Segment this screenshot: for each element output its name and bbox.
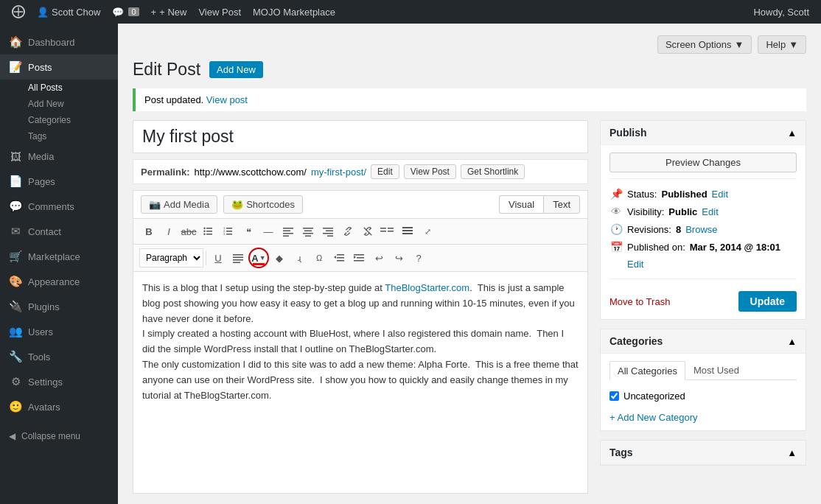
admin-bar-mojo[interactable]: MOJO Marketplace: [247, 0, 341, 24]
align-left-button[interactable]: [279, 222, 298, 241]
sidebar-sub-add-new[interactable]: Add New: [0, 96, 118, 112]
editor-content[interactable]: This is a blog that I setup using the st…: [133, 272, 587, 493]
move-to-trash-link[interactable]: Move to Trash: [609, 296, 670, 307]
toggle-toolbar-button[interactable]: [398, 222, 417, 241]
status-icon: 📌: [609, 188, 623, 200]
admin-bar-view-post[interactable]: View Post: [192, 0, 247, 24]
svg-rect-42: [357, 257, 364, 259]
sidebar-item-posts[interactable]: 📝 Posts: [0, 55, 118, 80]
sidebar-item-plugins[interactable]: 🔌 Plugins: [0, 294, 118, 319]
plugins-icon: 🔌: [9, 300, 22, 313]
horizontal-rule-button[interactable]: —: [259, 222, 278, 241]
sidebar-item-marketplace[interactable]: 🛒 Marketplace: [0, 244, 118, 269]
fullscreen-button[interactable]: ⤢: [418, 222, 437, 241]
shortcodes-button[interactable]: 🐸 Shortcodes: [223, 195, 303, 214]
publish-actions: Move to Trash Update: [609, 285, 797, 312]
insert-link-button[interactable]: [338, 222, 357, 241]
posts-icon: 📝: [9, 60, 22, 74]
undo-button[interactable]: ↩: [369, 248, 388, 267]
preview-changes-button[interactable]: Preview Changes: [609, 153, 797, 172]
revisions-row: 🕐 Revisions: 8 Browse: [609, 220, 797, 238]
update-button[interactable]: Update: [738, 291, 797, 312]
admin-bar-new[interactable]: + + New: [145, 0, 193, 24]
blog-starter-link-1[interactable]: TheBlogStarter.com: [385, 282, 469, 293]
blockquote-button[interactable]: ❝: [239, 222, 258, 241]
view-tabs: Visual Text: [499, 195, 580, 214]
ordered-list-button[interactable]: 1.2.3.: [219, 222, 238, 241]
clear-formatting-button[interactable]: ɻ: [290, 248, 309, 267]
permalink-edit-button[interactable]: Edit: [371, 164, 399, 179]
remove-link-button[interactable]: [358, 222, 377, 241]
tools-icon: 🔧: [9, 350, 22, 363]
svg-rect-28: [388, 228, 394, 229]
editor-column: Permalink: http://www.scottchow.com/my-f…: [133, 120, 588, 494]
sidebar-item-settings[interactable]: ⚙ Settings: [0, 369, 118, 394]
sidebar-item-media[interactable]: 🖼 Media: [0, 144, 118, 169]
revisions-browse-link[interactable]: Browse: [685, 224, 717, 235]
add-media-button[interactable]: 📷 Add Media: [141, 195, 217, 214]
paragraph-select[interactable]: Paragraph: [139, 248, 203, 267]
redo-button[interactable]: ↪: [389, 248, 408, 267]
permalink-slug-link[interactable]: my-first-post/: [311, 167, 366, 178]
sidebar-item-dashboard[interactable]: 🏠 Dashboard: [0, 29, 118, 55]
help-button[interactable]: Help ▼: [758, 35, 806, 54]
categories-metabox-header[interactable]: Categories ▲: [601, 329, 806, 354]
publish-metabox-header[interactable]: Publish ▲: [601, 121, 806, 145]
howdy-user[interactable]: Howdy, Scott: [747, 0, 815, 24]
sidebar-item-avatars[interactable]: 🙂 Avatars: [0, 394, 118, 419]
sidebar-sub-all-posts[interactable]: All Posts: [0, 80, 118, 96]
bold-button[interactable]: B: [139, 222, 158, 241]
unordered-list-button[interactable]: [199, 222, 218, 241]
status-edit-link[interactable]: Edit: [712, 189, 728, 200]
indent-button[interactable]: [349, 248, 368, 267]
sidebar-item-contact[interactable]: ✉ Contact: [0, 219, 118, 244]
get-shortlink-button[interactable]: Get Shortlink: [461, 164, 525, 179]
italic-button[interactable]: I: [159, 222, 178, 241]
categories-title: Categories: [609, 335, 663, 347]
svg-rect-15: [283, 233, 293, 234]
wp-logo[interactable]: [6, 0, 31, 24]
tags-metabox-header[interactable]: Tags ▲: [601, 441, 806, 465]
post-title-input[interactable]: [133, 120, 588, 153]
sidebar-sub-categories[interactable]: Categories: [0, 112, 118, 128]
strikethrough-button[interactable]: abc: [179, 222, 198, 241]
visibility-edit-link[interactable]: Edit: [702, 206, 718, 217]
admin-bar-comments[interactable]: 💬 0: [106, 0, 144, 24]
view-post-link[interactable]: View post: [206, 94, 248, 105]
visual-tab[interactable]: Visual: [499, 195, 543, 214]
add-new-category-link[interactable]: + Add New Category: [609, 412, 797, 423]
visibility-label: Visibility:: [627, 206, 664, 217]
sidebar-sub-tags[interactable]: Tags: [0, 128, 118, 144]
font-color-button[interactable]: A ▼: [248, 248, 269, 268]
all-categories-tab[interactable]: All Categories: [609, 361, 685, 380]
post-notice: Post updated. View post: [133, 88, 806, 111]
category-label-uncategorized: Uncategorized: [623, 391, 685, 402]
most-used-tab[interactable]: Most Used: [685, 361, 747, 379]
align-center-button[interactable]: [298, 222, 318, 241]
justify-button[interactable]: [228, 248, 248, 267]
sidebar-item-comments[interactable]: 💬 Comments: [0, 194, 118, 219]
help-shortcut-button[interactable]: ?: [409, 248, 428, 267]
special-char-button[interactable]: Ω: [310, 248, 329, 267]
svg-rect-41: [354, 254, 364, 256]
sidebar-item-pages[interactable]: 📄 Pages: [0, 169, 118, 194]
plus-icon: +: [151, 7, 157, 18]
insert-readmore-button[interactable]: [378, 222, 397, 241]
align-right-button[interactable]: [318, 222, 338, 241]
svg-rect-20: [305, 236, 311, 237]
category-checkbox-uncategorized[interactable]: [609, 391, 619, 401]
published-edit-link[interactable]: Edit: [627, 259, 643, 270]
add-new-button[interactable]: Add New: [209, 61, 263, 78]
sidebar-item-tools[interactable]: 🔧 Tools: [0, 344, 118, 369]
permalink-view-button[interactable]: View Post: [404, 164, 456, 179]
text-tab[interactable]: Text: [543, 195, 580, 214]
collapse-menu[interactable]: ◀ Collapse menu: [0, 425, 118, 447]
underline-button[interactable]: U: [209, 248, 228, 267]
sidebar-item-users[interactable]: 👥 Users: [0, 319, 118, 344]
paste-as-text-button[interactable]: ◆: [270, 248, 289, 267]
admin-bar-user[interactable]: 👤 Scott Chow: [31, 0, 106, 24]
screen-options-button[interactable]: Screen Options ▼: [657, 35, 752, 54]
sidebar-item-appearance[interactable]: 🎨 Appearance: [0, 269, 118, 294]
outdent-button[interactable]: [329, 248, 349, 267]
sidebar: 🏠 Dashboard 📝 Posts All Posts Add New Ca…: [0, 24, 118, 504]
